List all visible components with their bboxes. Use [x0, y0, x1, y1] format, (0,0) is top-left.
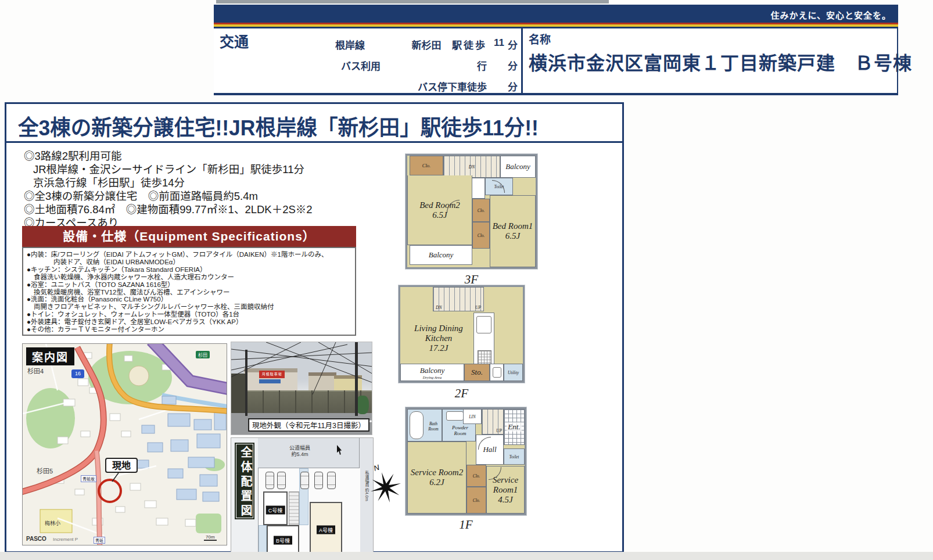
main-flyer-box: 全3棟の新築分譲住宅!!JR根岸線「新杉田」駅徒歩11分!! ◎3路線2駅利用可… [5, 102, 624, 553]
site-layout-title: 全体配置図 [235, 443, 254, 519]
equipment-line: ●洗面：洗面化粧台（Panasonic CLine W750） [27, 296, 351, 303]
room-size: 17.2J [429, 343, 448, 353]
photo-caption: 現地外観（令和元年11月3日撮影） [248, 418, 369, 432]
feature-list: ◎3路線2駅利用可能 JR根岸線・金沢シーサイドライン「新杉田」駅徒歩11分 京… [24, 149, 313, 229]
equipment-line: 食器洗い乾燥機、浄水器内蔵シャワー水栓、人造大理石カウンター [27, 274, 351, 281]
map-scale: 70m [204, 534, 217, 541]
storage-2f: Sto. [464, 364, 490, 381]
room-label: DN [469, 164, 475, 170]
house-c-label: C号棟 [266, 505, 285, 514]
public-road-note: 公道幅員 約5.4m [289, 445, 310, 458]
equipment-line: ●キッチン：システムキッチン（Takara Standard OFERIA） [27, 266, 351, 274]
header-info-table: 交通 根岸線 新杉田 駅徒歩 11 分 バス利用 行 分 バス停下車徒歩 分 名… [214, 28, 898, 95]
room-size: 6.5J [432, 210, 447, 220]
washer-2f [490, 364, 504, 381]
room-size: 4.5J [498, 495, 512, 505]
transport-line-2: バス利用 [290, 58, 381, 73]
room-label: Powder Room [447, 425, 473, 436]
transport-mode-2: 行 [458, 58, 487, 73]
scan-bottom-edge [0, 552, 933, 560]
room-label: DN [436, 305, 442, 310]
room-label: Balcony [429, 250, 454, 260]
transport-line-1: 根岸線 [290, 37, 365, 52]
floor-plan-1f: Bath Room Powder Room LIN UP Ent. Hall T… [406, 407, 526, 515]
kitchen-counter-2f [473, 313, 494, 368]
entrance-1f: Ent. [504, 409, 525, 445]
ldk-2f: Living Dining Kitchen 17.2J [405, 314, 472, 362]
approach-strip [259, 525, 267, 554]
balcony-2f: Balcony Drying Area [400, 364, 464, 381]
feature-item: ◎3路線2駅利用可能 [24, 149, 313, 163]
headline-bar: 全3棟の新築分譲住宅!!JR根岸線「新杉田」駅徒歩11分!! [6, 104, 622, 143]
feature-item: ◎全3棟の新築分譲住宅 ◎前面道路幅員約5.4m [24, 189, 313, 203]
equipment-title: 設備・仕様（Equipment Specifications） [22, 226, 356, 247]
room-label: LIN [469, 414, 476, 419]
car [314, 472, 323, 489]
highway-sign: 杉田 [196, 351, 210, 358]
stairs-3f: DN [443, 156, 500, 178]
feature-item: 京浜急行線「杉田駅」徒歩14分 [24, 176, 313, 189]
compass-n-label: N [372, 462, 381, 472]
toilet-1f: Toilet [504, 448, 525, 465]
vanity-sink [446, 411, 464, 421]
house-c: C号棟 [263, 491, 288, 525]
room-size: 6.5J [505, 231, 520, 241]
house-b-label: B号棟 [274, 536, 292, 545]
brand-tagline: 住みかえに、安心と安全を。 [770, 9, 891, 21]
plot-stairs [289, 491, 299, 525]
transport-station-1: 新杉田 [408, 37, 444, 52]
kitchen-sink [476, 316, 491, 333]
stairs-2f: DN UP [433, 287, 484, 311]
house-a: A号棟 [310, 502, 342, 553]
map-attribution: Increment P [53, 537, 78, 542]
equipment-line: ●内装：床/フローリング（EIDAI アトムフィットGM）、フロアタイル（DAI… [27, 251, 351, 259]
name-label: 名称 [529, 31, 551, 46]
road-width-value: 約5.4m [292, 451, 308, 457]
header-divider [521, 28, 523, 95]
transport-min-1: 11 [491, 37, 507, 49]
equipment-spec-list: ●内装：床/フローリング（EIDAI アトムフィットGM）、フロアタイル（DAI… [22, 247, 356, 336]
room-label: Utility [508, 370, 519, 375]
transport-unit-1: 分 [508, 37, 518, 52]
room-label: Bath Room [425, 421, 442, 432]
house-b: B号棟 [267, 525, 299, 553]
road-sign: 青砥 [94, 537, 105, 544]
linen-1f: LIN [463, 409, 482, 424]
closet-1f-1: Clo. [466, 465, 486, 487]
service-room2-1f: Service Room2 6.2J [407, 441, 466, 514]
car [327, 472, 336, 489]
transport-mode-3: バス停下車徒歩 [371, 79, 487, 94]
road-sign: 青砥坂 [81, 475, 96, 482]
room-sublabel: Drying Area [423, 375, 442, 379]
room-label: Clo. [478, 233, 485, 238]
equipment-line: 内装ドア、収納（EIDAI URBANMODEα） [27, 259, 351, 266]
map-title: 案内図 [26, 347, 74, 365]
closet-3f-mid2: Clo. [472, 222, 490, 249]
equipment-line: ●その他：カラーＴＶモニター付インターホン [27, 326, 351, 333]
room-label: Sto. [471, 368, 483, 377]
equipment-line: ●外装建具：電子錠付き玄関ドア、全居室LOW-Eペアガラス（YKK AP） [27, 318, 351, 326]
bathtub [410, 411, 424, 439]
closet-3f-mid1: Clo. [472, 199, 490, 222]
map-graphic [23, 344, 227, 545]
brand-band: 住みかえに、安心と安全を。 [214, 5, 898, 23]
property-name: 横浜市金沢区富岡東１丁目新築戸建 Ｂ号棟 [529, 48, 912, 75]
map-area-label: 杉田4 [27, 366, 44, 375]
house-a-label: A号棟 [317, 526, 335, 534]
room-label: Kitchen [425, 333, 453, 343]
balcony-3f-top: Balcony [500, 156, 536, 178]
car [265, 472, 274, 489]
stove [478, 350, 491, 364]
equipment-line: ●トイレ：ウォシュレット、ウォームレット一体型便器（TOTO）各1台 [27, 311, 351, 318]
equipment-line: ●浴室：ユニットバス（TOTO SAZANA 1616型） [27, 281, 351, 289]
route-shield: 16 [71, 369, 84, 378]
site-callout: 現地 [105, 458, 138, 473]
bedroom1-3f: Bed Room1 6.5J [490, 195, 536, 267]
mouse-cursor [337, 445, 344, 455]
scan-artifact [216, 0, 609, 3]
room-label: Clo. [473, 498, 480, 503]
transport-label: 交通 [220, 30, 249, 51]
floor-plan-3f: Clo. DN Balcony Hall Toilet Bed Room2 6.… [406, 154, 537, 269]
equipment-line: 換気乾燥暖房機、浴室TV12型、魔法びん浴槽、エアインシャワー [27, 289, 351, 296]
floor-label-2f: 2F [399, 386, 525, 401]
